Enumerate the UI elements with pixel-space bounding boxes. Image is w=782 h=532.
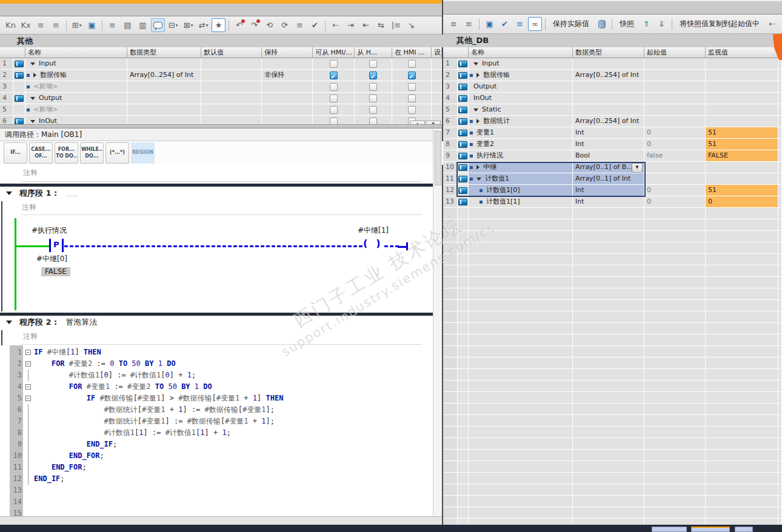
hmi-accessible-cell[interactable] <box>313 81 355 93</box>
taskbar-window-button[interactable] <box>735 527 753 532</box>
data-type-cell[interactable] <box>127 81 201 93</box>
start-value-cell[interactable] <box>644 58 706 70</box>
name-cell[interactable]: 变量1 <box>469 127 573 139</box>
name-cell[interactable]: Input <box>25 58 127 70</box>
monitor-all-icon[interactable]: ∞ <box>528 17 542 31</box>
code-line[interactable]: 12END_IF; <box>0 473 433 485</box>
go-to-icon[interactable]: ⇠ <box>329 18 343 32</box>
name-cell[interactable]: Static <box>469 104 573 116</box>
default-value-cell[interactable] <box>201 81 262 93</box>
data-type-cell[interactable]: Int <box>573 196 644 208</box>
code-line[interactable]: 14 <box>0 496 433 508</box>
load-without-reinit-icon[interactable] <box>595 17 609 31</box>
expander-open-icon[interactable] <box>476 178 481 181</box>
network1-comment-placeholder[interactable]: 注释 <box>22 202 36 213</box>
table-row[interactable]: 8变量2Int051 <box>443 139 782 150</box>
code-text[interactable]: END_FOR; <box>34 462 87 473</box>
taskbar-window-button[interactable] <box>652 527 687 532</box>
monitor-value-cell[interactable] <box>706 104 778 116</box>
reset-start-values-icon[interactable]: ▣ <box>483 17 496 31</box>
data-type-cell[interactable] <box>127 93 201 104</box>
coil-symbol[interactable]: () <box>363 238 381 249</box>
hmi-visible-cell[interactable] <box>392 104 432 116</box>
data-type-cell[interactable]: Int <box>573 139 644 150</box>
retain-cell[interactable] <box>262 93 313 104</box>
hmi-writable-cell[interactable] <box>355 116 392 124</box>
code-text[interactable]: #计数值1[1] := #计数值1[1] + 1; <box>34 427 231 439</box>
comment-toggle-icon[interactable] <box>151 18 165 32</box>
hmi-accessible-cell[interactable] <box>313 104 355 116</box>
checkbox[interactable] <box>408 95 416 102</box>
code-text[interactable]: END_IF; <box>34 439 117 450</box>
retain-cell[interactable]: 非保持 <box>262 70 313 81</box>
start-value-cell[interactable]: false <box>644 150 706 162</box>
code-text[interactable]: END_IF; <box>34 473 65 485</box>
hmi-accessible-cell[interactable] <box>313 58 355 70</box>
member-name[interactable]: 中继 <box>483 162 496 173</box>
member-name[interactable]: 数据传输 <box>40 70 67 81</box>
name-cell[interactable]: 数据统计 <box>469 116 573 127</box>
data-type-cell[interactable]: Array[0..1] of Int <box>573 173 644 185</box>
code-text[interactable]: IF #中继[1] THEN <box>34 347 101 358</box>
update-block-call-icon[interactable]: ⟲ <box>262 18 276 32</box>
member-name[interactable]: 计数值1[0] <box>486 185 520 196</box>
retain-cell[interactable] <box>262 116 313 124</box>
hmi-writable-cell[interactable] <box>355 104 392 116</box>
start-value-cell[interactable] <box>644 104 706 116</box>
hmi-writable-cell[interactable] <box>355 70 392 81</box>
name-cell[interactable]: <新增> <box>25 81 127 93</box>
expand-all-members-icon[interactable]: ≡ <box>513 17 527 31</box>
checkbox[interactable] <box>369 106 377 114</box>
rewire-tag-icon[interactable]: Kx <box>19 18 33 32</box>
monitor-value-cell[interactable]: 51 <box>706 185 778 196</box>
table-row[interactable]: 4Output <box>0 93 442 104</box>
write-snapshot-icon[interactable]: ⇓ <box>655 17 669 31</box>
checkbox[interactable] <box>408 60 416 68</box>
retain-cell[interactable] <box>262 58 313 70</box>
monitor-value-cell[interactable] <box>706 93 778 104</box>
start-value-cell[interactable] <box>644 81 706 93</box>
network2-collapse-icon[interactable] <box>6 321 12 324</box>
code-line[interactable]: 2− FOR #变量2 := 0 TO 50 BY 1 DO <box>0 358 433 370</box>
monitor-value-cell[interactable]: 0 <box>706 196 778 208</box>
table-row[interactable]: 6数据统计Array[0..254] of Int <box>443 116 782 127</box>
checkbox[interactable] <box>369 60 377 68</box>
code-text[interactable]: END_FOR; <box>34 450 104 462</box>
checkbox-checked[interactable] <box>330 71 338 79</box>
name-cell[interactable]: Output <box>469 81 573 93</box>
member-name[interactable]: Static <box>482 104 501 115</box>
scl-code-editor[interactable]: 1−IF #中继[1] THEN2− FOR #变量2 := 0 TO 50 B… <box>0 345 433 516</box>
member-name[interactable]: InOut <box>473 93 492 104</box>
scl-keyword-button-if[interactable]: IF... <box>4 142 27 164</box>
name-cell[interactable]: InOut <box>469 93 573 104</box>
swap-operands-icon[interactable]: ⇆ <box>374 18 388 32</box>
start-value-cell[interactable]: 0 <box>644 139 706 150</box>
copy-start-values-icon[interactable]: ⇠ <box>765 17 779 31</box>
copy-snapshot-to-start-button[interactable]: 将快照值复制到起始值中 <box>675 19 764 29</box>
network2-comment-placeholder[interactable]: 注释 <box>23 331 38 342</box>
checkbox[interactable] <box>369 95 377 102</box>
column-header[interactable]: 可从 HMI/... <box>313 47 355 58</box>
taskbar-window-button-active[interactable] <box>691 527 730 532</box>
scl-keyword-button-[interactable]: (*...*) <box>105 142 129 164</box>
checkbox[interactable] <box>330 118 338 125</box>
previous-error-icon[interactable]: ↶ <box>232 18 246 32</box>
member-name[interactable]: Output <box>39 93 62 104</box>
code-line[interactable]: 8 #计数值1[1] := #计数值1[1] + 1; <box>0 427 433 439</box>
network2-subtitle[interactable]: 冒泡算法 <box>65 317 97 328</box>
checkbox[interactable] <box>330 60 338 68</box>
hmi-visible-cell[interactable] <box>392 81 432 93</box>
monitor-value-cell[interactable]: 51 <box>706 139 778 150</box>
code-line[interactable]: 3 #计数值1[0] := #计数值1[0] + 1; <box>0 370 433 381</box>
checkbox-checked[interactable] <box>369 71 377 79</box>
column-header[interactable]: 名称 <box>469 47 573 58</box>
fold-toggle-icon[interactable]: − <box>25 361 31 367</box>
add-row-icon[interactable]: ≡ <box>49 18 63 32</box>
hmi-writable-cell[interactable] <box>355 93 392 104</box>
column-header[interactable]: 名称 <box>25 47 127 58</box>
column-header[interactable]: 数据类型 <box>573 47 644 58</box>
coil-operand-label[interactable]: #中继[1] <box>344 225 402 236</box>
column-header[interactable]: 起始值 <box>644 47 706 58</box>
data-type-cell[interactable]: Array[0..254] of Int <box>127 70 201 81</box>
data-type-cell[interactable] <box>127 58 201 70</box>
